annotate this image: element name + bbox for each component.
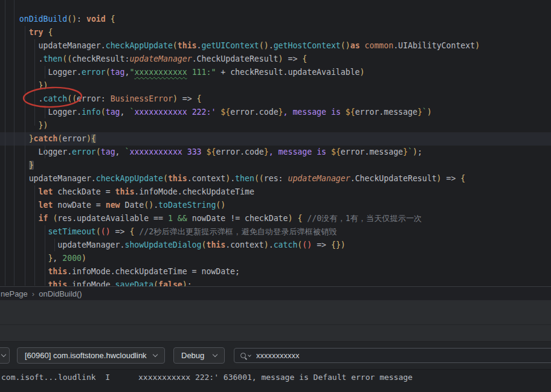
code-line[interactable]: Logger.error(tag, `xxxxxxxxxxx 333 ${err… xyxy=(0,146,551,159)
code-line[interactable]: if (res.updateAvailable == 1 && nowDate … xyxy=(0,212,551,225)
code-line[interactable]: this.infoMode.checkUpdateTime = nowDate; xyxy=(0,265,551,278)
panel-divider xyxy=(0,324,551,325)
code-line[interactable]: updateManager.showUpdateDialog(this.cont… xyxy=(0,239,551,252)
breadcrumb-separator-icon: › xyxy=(32,289,34,298)
overflow-dropdown-button[interactable] xyxy=(0,347,10,364)
logmode-dropdown[interactable]: Debug xyxy=(173,347,225,364)
code-line[interactable]: } xyxy=(0,159,551,172)
indent-guide xyxy=(14,0,14,286)
log-console: com.isoft...loudlink I xxxxxxxxxxx 222:'… xyxy=(0,369,551,392)
chevron-down-icon xyxy=(213,352,218,357)
indent-guide xyxy=(5,0,5,286)
code-line[interactable]: Logger.error(tag,"xxxxxxxxxxx 111:" + ch… xyxy=(0,66,551,79)
indent-guide xyxy=(45,106,45,118)
code-area: onDidBuild(): void { try { updateManager… xyxy=(0,0,551,286)
code-line[interactable]: this.infoMode.saveData(false); xyxy=(0,278,551,286)
search-icon xyxy=(240,353,246,358)
code-line[interactable]: Logger.info(tag, `xxxxxxxxxxx 222:' ${er… xyxy=(0,106,551,119)
code-line[interactable]: let checkDate = this.infoMode.checkUpdat… xyxy=(0,185,551,199)
code-editor[interactable]: onDidBuild(): void { try { updateManager… xyxy=(0,0,551,286)
search-options-chevron-icon xyxy=(248,353,251,357)
indent-guide xyxy=(54,239,55,251)
indent-guide xyxy=(45,225,45,286)
breadcrumb-item-class[interactable]: nePage xyxy=(1,289,28,298)
code-line[interactable]: let nowDate = new Date().toDateString() xyxy=(0,199,551,212)
chevron-down-icon xyxy=(1,352,6,357)
debug-panel-header xyxy=(0,300,551,341)
code-line[interactable]: updateManager.checkAppUpdate(this.contex… xyxy=(0,172,551,185)
code-line[interactable]: .then((checkResult:updateManager.CheckUp… xyxy=(0,53,551,66)
code-line[interactable]: }catch(error){ xyxy=(0,132,551,146)
indent-guide xyxy=(34,39,35,126)
indent-guide xyxy=(45,146,45,158)
logmode-dropdown-label: Debug xyxy=(181,351,204,360)
process-dropdown[interactable]: [60960] com.isoftstone.hwcloudlink xyxy=(17,347,165,364)
indent-guide xyxy=(45,66,45,79)
chevron-down-icon xyxy=(153,352,158,357)
code-line[interactable]: onDidBuild(): void { xyxy=(0,13,551,26)
search-input-value: xxxxxxxxxxx xyxy=(256,351,300,360)
breadcrumb: nePage › onDidBuild() xyxy=(0,286,551,300)
log-line: com.isoft...loudlink I xxxxxxxxxxx 222:'… xyxy=(0,370,551,384)
code-line[interactable]: }) xyxy=(0,119,551,132)
code-line[interactable]: }, 2000) xyxy=(0,252,551,265)
code-line[interactable]: updateManager.checkAppUpdate(this.getUIC… xyxy=(0,39,551,53)
indent-guide xyxy=(25,26,25,286)
breadcrumb-item-method[interactable]: onDidBuild() xyxy=(39,289,82,298)
debug-toolbar: [60960] com.isoftstone.hwcloudlink Debug… xyxy=(0,341,551,369)
indent-guide xyxy=(34,185,35,286)
code-line[interactable]: .catch((error: BusinessError) => { xyxy=(0,92,551,106)
code-line[interactable]: setTimeout(() => { //2秒后弹出更新提示弹框，避免自动登录后… xyxy=(0,225,551,239)
log-search-input[interactable]: xxxxxxxxxxx xyxy=(234,348,551,363)
code-line[interactable]: }) xyxy=(0,79,551,92)
code-line[interactable]: try { xyxy=(0,26,551,39)
process-dropdown-label: [60960] com.isoftstone.hwcloudlink xyxy=(25,351,147,360)
